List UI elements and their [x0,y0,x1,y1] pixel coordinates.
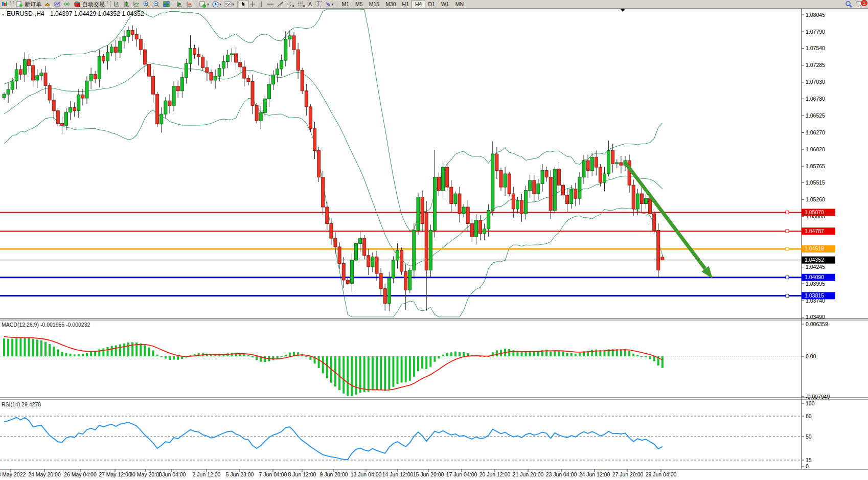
chevron-down-icon: ▾ [219,2,221,7]
svg-text:8 Jun 12:00: 8 Jun 12:00 [288,471,316,477]
svg-text:100: 100 [806,400,815,406]
notifications-chat-icon[interactable]: 1 [854,1,865,8]
tile-windows-button[interactable] [162,1,171,8]
macd-values: -0.001955 -0.000232 [40,322,90,328]
search-icon[interactable] [843,1,854,8]
new-order-button[interactable]: 新订单 [15,1,43,8]
svg-text:1.04090: 1.04090 [805,274,824,280]
new-order-label: 新订单 [25,1,41,8]
svg-text:0.006359: 0.006359 [806,321,828,327]
svg-text:21 Jun 20:00: 21 Jun 20:00 [513,471,544,477]
price-chart-canvas[interactable]: 1.080451.077901.075401.072851.070301.067… [0,0,868,480]
svg-text:14 Jun 12:00: 14 Jun 12:00 [382,471,414,477]
timeframe-m15-button[interactable]: M15 [366,1,382,8]
svg-text:1.04352: 1.04352 [805,257,824,263]
indicators-button[interactable]: ▾ [223,1,236,8]
toolbar-right-group: 1 [843,1,865,8]
chart-shift-button[interactable] [175,1,185,8]
new-chart-button[interactable]: ▾ [198,1,211,8]
svg-text:27 Jun 20:00: 27 Jun 20:00 [612,471,644,477]
svg-text:0: 0 [806,463,809,469]
svg-text:7 Jun 04:00: 7 Jun 04:00 [259,471,287,477]
svg-text:23 Jun 04:00: 23 Jun 04:00 [546,471,577,477]
zoom-in-button[interactable] [141,1,151,8]
timeframe-m1-button[interactable]: M1 [339,1,353,8]
svg-text:80: 80 [806,413,812,419]
svg-text:1.04787: 1.04787 [805,228,824,234]
timeframe-m30-button[interactable]: M30 [382,1,399,8]
svg-text:9 Jun 20:00: 9 Jun 20:00 [320,471,348,477]
chart-logo-icon[interactable] [0,1,9,8]
svg-text:1.05070: 1.05070 [805,209,824,215]
chart-symbol-title[interactable]: ▾ EURUSD-,H4 1.04397 1.04429 1.04352 1.0… [2,10,144,17]
autotrading-label: 自动交易 [82,1,105,8]
svg-text:0.00: 0.00 [806,353,816,359]
svg-text:1.07030: 1.07030 [806,79,825,85]
profiles-icon[interactable] [53,1,62,8]
cursor-tool-button[interactable] [239,1,248,8]
arrows-tool-button[interactable]: ▾ [323,1,335,8]
auto-scroll-button[interactable] [185,1,194,8]
svg-text:1.07540: 1.07540 [806,45,825,51]
text-tool-button[interactable]: A [307,1,313,8]
main-toolbar: 新订单 自动交易 [0,0,868,9]
svg-text:2 Jun 12:00: 2 Jun 12:00 [193,471,221,477]
toolbar-separator [337,1,337,8]
candlestick-mode-button[interactable] [122,1,131,8]
svg-text:1.06020: 1.06020 [806,146,825,152]
svg-text:29 Jun 04:00: 29 Jun 04:00 [646,471,677,477]
rsi-value: 29.4278 [21,401,41,407]
crosshair-tool-button[interactable] [248,1,257,8]
timeframe-m5-button[interactable]: M5 [352,1,366,8]
svg-text:1.05260: 1.05260 [806,196,825,202]
svg-text:50: 50 [806,433,812,440]
autotrading-button[interactable]: 自动交易 [72,1,106,8]
svg-text:F: F [303,5,305,8]
svg-text:1.03815: 1.03815 [805,292,824,299]
svg-text:26 May 04:00: 26 May 04:00 [64,471,97,477]
timeframe-group: M1M5M15M30H1H4D1W1MN [339,1,467,8]
toolbar-separator [237,1,238,8]
chevron-down-icon: ▾ [332,2,334,7]
zoom-out-button[interactable] [151,1,162,8]
symbol-dropdown-icon: ▾ [2,12,4,17]
macd-indicator-label: MACD(12,26,9) -0.001955 -0.000232 [2,322,90,328]
trendline-tool-button[interactable] [276,1,285,8]
svg-text:24 Jun 12:00: 24 Jun 12:00 [579,471,610,477]
line-chart-mode-button[interactable] [131,1,141,8]
svg-text:1 Jun 04:00: 1 Jun 04:00 [158,471,186,477]
timeframe-mn-button[interactable]: MN [452,1,467,8]
svg-text:13 Jun 04:00: 13 Jun 04:00 [351,471,382,477]
svg-text:E: E [292,5,294,8]
svg-text:30 May 20:00: 30 May 20:00 [129,471,162,477]
toolbar-separator [196,1,196,8]
svg-text:1.04245: 1.04245 [806,264,825,270]
timeframe-h4-button[interactable]: H4 [412,1,425,8]
svg-text:1.04519: 1.04519 [805,245,824,252]
svg-text:1.05515: 1.05515 [806,179,825,186]
svg-text:15: 15 [806,457,812,463]
period-clock-button[interactable]: ▾ [211,1,223,8]
timeframe-w1-button[interactable]: W1 [438,1,452,8]
bar-chart-mode-button[interactable] [112,1,122,8]
sound-alert-icon[interactable] [62,1,72,8]
timeframe-d1-button[interactable]: D1 [425,1,438,8]
svg-text:1.06780: 1.06780 [806,96,825,102]
svg-text:1.06525: 1.06525 [806,112,825,119]
svg-text:1.06270: 1.06270 [806,129,825,135]
horizontal-line-tool-button[interactable] [265,1,276,8]
rsi-indicator-label: RSI(14) 29.4278 [2,401,41,407]
fibonacci-tool-button[interactable]: F [296,1,307,8]
notification-count-badge: 1 [861,0,867,6]
vertical-line-tool-button[interactable] [257,1,265,8]
chevron-down-icon: ▾ [207,2,209,7]
svg-text:17 Jun 04:00: 17 Jun 04:00 [446,471,477,477]
text-label-tool-button[interactable]: T [313,1,323,8]
equidistant-channel-tool-button[interactable]: E [285,1,296,8]
timeframe-h1-button[interactable]: H1 [399,1,412,8]
svg-text:23 May 2022: 23 May 2022 [0,471,26,477]
svg-text:1.03995: 1.03995 [806,281,825,287]
svg-text:15 Jun 20:00: 15 Jun 20:00 [413,471,444,477]
market-watch-icon[interactable] [43,1,53,8]
svg-text:1.07790: 1.07790 [806,29,825,35]
